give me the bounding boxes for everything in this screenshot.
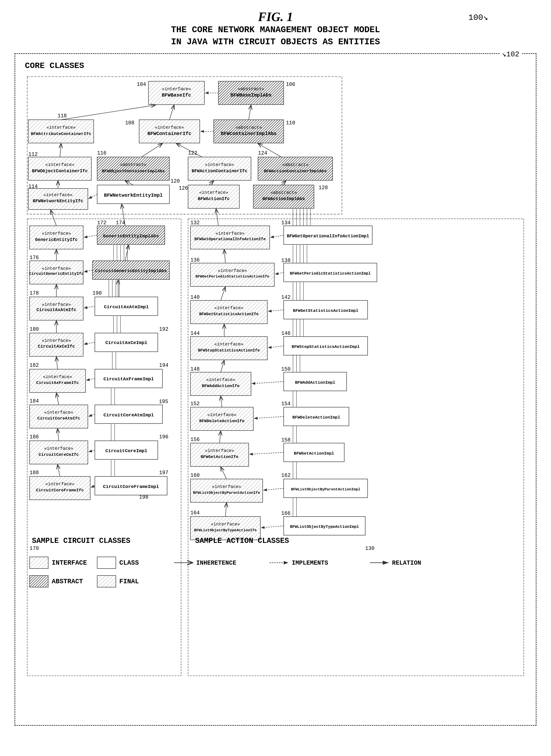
svg-text:«interface»: «interface» (212, 484, 241, 489)
svg-text:144: 144 (190, 331, 199, 336)
svg-text:194: 194 (159, 362, 168, 368)
svg-text:CircuitCoreAtmIfc: CircuitCoreAtmIfc (37, 416, 80, 421)
svg-line-276 (261, 526, 284, 527)
svg-text:IMPLEMENTS: IMPLEMENTS (292, 559, 328, 566)
svg-text:CircuitAxCeImpl: CircuitAxCeImpl (105, 340, 147, 345)
svg-text:110: 110 (286, 120, 295, 126)
svg-text:140: 140 (190, 294, 199, 300)
ref-100: 100↘ (468, 12, 488, 22)
svg-text:104: 104 (137, 81, 146, 87)
svg-text:BFWObjectContainerIfc: BFWObjectContainerIfc (32, 168, 88, 173)
svg-line-239 (221, 396, 222, 407)
svg-text:GenericEntityImplAbs: GenericEntityImplAbs (103, 233, 159, 239)
svg-line-142 (88, 414, 95, 417)
svg-text:118: 118 (58, 113, 67, 119)
svg-text:176: 176 (29, 255, 39, 261)
svg-text:«interface»: «interface» (43, 193, 73, 198)
svg-text:120: 120 (170, 178, 180, 184)
svg-text:186: 186 (29, 434, 39, 440)
svg-line-261 (221, 467, 227, 479)
svg-text:SAMPLE ACTION CLASSES: SAMPLE ACTION CLASSES (195, 536, 289, 545)
uml-diagram: «interface» BFWBaseIfc 104 «abstract» BF… (25, 74, 526, 715)
svg-rect-283 (29, 557, 48, 569)
svg-line-40 (141, 143, 162, 157)
svg-text:196: 196 (159, 434, 168, 440)
svg-text:132: 132 (190, 220, 199, 226)
svg-text:BFWGetStatisticsActionImpl: BFWGetStatisticsActionImpl (293, 309, 358, 313)
svg-line-243 (254, 417, 284, 418)
svg-text:136: 136 (190, 257, 199, 263)
svg-text:112: 112 (28, 151, 37, 157)
svg-text:172: 172 (97, 220, 106, 226)
core-classes-label: CORE CLASSES (25, 61, 526, 70)
svg-text:«interface»: «interface» (42, 266, 71, 271)
svg-text:142: 142 (281, 294, 291, 300)
svg-text:«interface»: «interface» (214, 342, 243, 347)
svg-rect-295 (97, 576, 116, 587)
svg-text:192: 192 (159, 326, 168, 332)
svg-text:«abstract»: «abstract» (282, 162, 309, 167)
svg-text:«interface»: «interface» (43, 374, 72, 379)
svg-text:108: 108 (125, 120, 134, 126)
svg-text:CircuitCoreFrameImpl: CircuitCoreFrameImpl (103, 484, 159, 489)
svg-text:BFWBaseImplAbs: BFWBaseImplAbs (230, 92, 271, 98)
svg-line-218 (268, 346, 284, 348)
svg-text:«interface»: «interface» (42, 231, 71, 236)
svg-line-149 (58, 429, 59, 441)
svg-text:«interface»: «interface» (155, 125, 184, 130)
svg-text:CircuitCoreCeIfc: CircuitCoreCeIfc (39, 452, 79, 457)
svg-text:«interface»: «interface» (218, 268, 247, 273)
svg-text:197: 197 (159, 470, 168, 476)
svg-line-119 (84, 342, 95, 344)
svg-text:«interface»: «interface» (206, 377, 235, 382)
svg-text:BFWAddActionImpl: BFWAddActionImpl (295, 380, 335, 385)
svg-line-201 (221, 287, 225, 301)
svg-line-254 (249, 452, 284, 454)
svg-text:«interface»: «interface» (162, 86, 191, 91)
svg-text:BFWActionContainerIfc: BFWActionContainerIfc (191, 168, 247, 173)
svg-line-231 (251, 382, 284, 384)
svg-text:180: 180 (29, 326, 39, 332)
svg-text:164: 164 (190, 510, 199, 516)
svg-text:134: 134 (281, 220, 291, 226)
svg-line-191 (275, 272, 284, 274)
svg-text:162: 162 (281, 472, 291, 478)
svg-text:CircuitCoreFrameIfc: CircuitCoreFrameIfc (36, 488, 84, 492)
svg-text:BFWBaseIfc: BFWBaseIfc (162, 92, 191, 98)
svg-text:BFWDeleteActionImpl: BFWDeleteActionImpl (293, 415, 340, 420)
svg-text:174: 174 (116, 220, 125, 226)
svg-text:«abstract»: «abstract» (270, 190, 297, 195)
svg-text:152: 152 (190, 401, 199, 407)
svg-line-70 (281, 181, 286, 185)
svg-text:«interface»: «interface» (199, 190, 228, 195)
svg-line-205 (268, 310, 284, 311)
svg-line-127 (56, 357, 58, 369)
svg-line-30 (61, 105, 155, 120)
svg-text:BFWGetOperationalInfoActionIfe: BFWGetOperationalInfoActionIfe (194, 237, 266, 242)
svg-line-60 (88, 194, 97, 199)
svg-text:184: 184 (29, 398, 39, 404)
svg-text:148: 148 (190, 366, 199, 372)
svg-text:FINAL: FINAL (119, 578, 139, 585)
svg-text:BFWDeleteActionIfe: BFWDeleteActionIfe (199, 419, 244, 423)
svg-text:150: 150 (281, 366, 291, 372)
svg-text:«interface»: «interface» (211, 522, 240, 527)
svg-line-172 (216, 209, 218, 226)
svg-text:BFWListObjectByParentActionImp: BFWListObjectByParentActionImpl (291, 487, 361, 491)
svg-text:«interface»: «interface» (46, 125, 76, 130)
svg-text:CircuitCoreAtmImpl: CircuitCoreAtmImpl (103, 412, 154, 418)
svg-line-187 (224, 250, 225, 263)
svg-text:BFWGetStatisticsActionIfe: BFWGetStatisticsActionIfe (199, 312, 258, 316)
svg-text:158: 158 (281, 437, 291, 443)
svg-text:BFWStopStatisticsActionImpl: BFWStopStatisticsActionImpl (292, 345, 360, 349)
svg-text:«interface»: «interface» (205, 162, 234, 167)
svg-text:182: 182 (29, 362, 39, 368)
svg-text:CircuitGenericEntityImplAbs: CircuitGenericEntityImplAbs (95, 269, 167, 273)
svg-line-23 (169, 105, 174, 120)
svg-text:BFWActionImplAbs: BFWActionImplAbs (262, 197, 305, 201)
svg-text:«interface»: «interface» (44, 446, 73, 451)
svg-line-82 (84, 235, 97, 238)
svg-line-160 (58, 464, 60, 476)
svg-text:GenericEntityIfc: GenericEntityIfc (35, 237, 78, 242)
svg-text:«interface»: «interface» (42, 338, 71, 343)
